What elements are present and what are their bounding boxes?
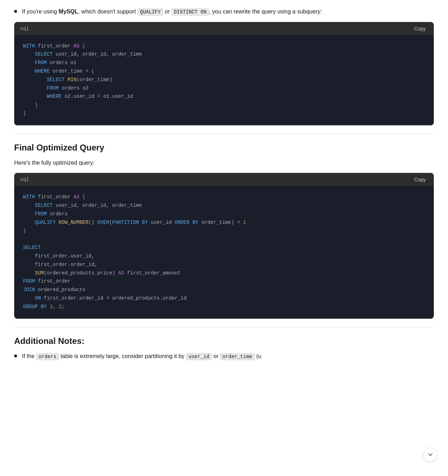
code-block-2-header: sql Copy (15, 173, 433, 186)
additional-notes-heading: Additional Notes: (14, 336, 434, 346)
code-lang-2: sql (20, 177, 29, 182)
bullet-orders-text: If the orders table is extremely large, … (22, 352, 261, 361)
user-id-code: user_id (186, 353, 212, 360)
bullet-dot-2 (14, 355, 17, 357)
distinct-on-code: DISTINCT ON (171, 8, 209, 16)
copy-button-1[interactable]: Copy (412, 25, 428, 32)
code-block-2: sql Copy WITH first_order AS ( SELECT us… (14, 173, 434, 318)
final-query-heading: Final Optimized Query (14, 143, 434, 153)
divider-2 (14, 327, 434, 328)
divider-1 (14, 134, 434, 134)
code-block-2-body: WITH first_order AS ( SELECT user_id, or… (15, 186, 433, 318)
code-block-1: sql Copy WITH first_order AS ( SELECT us… (14, 22, 434, 125)
bullet-orders: If the orders table is extremely large, … (14, 352, 434, 361)
final-query-intro: Here's the fully optimized query: (14, 158, 434, 168)
bullet-mysql-text: If you're using MySQL, which doesn't sup… (22, 7, 322, 16)
mysql-bold: MySQL (59, 8, 78, 15)
code-block-1-body: WITH first_order AS ( SELECT user_id, or… (15, 35, 433, 125)
bullet-mysql: If you're using MySQL, which doesn't sup… (14, 7, 434, 16)
qualify-code: QUALIFY (137, 8, 163, 16)
code-pre-2: WITH first_order AS ( SELECT user_id, or… (23, 193, 425, 311)
code-pre-1: WITH first_order AS ( SELECT user_id, or… (23, 42, 425, 118)
order-time-code: order_time (220, 353, 255, 360)
copy-button-2[interactable]: Copy (412, 176, 428, 183)
bullet-dot (14, 10, 17, 13)
code-lang-1: sql (20, 26, 29, 32)
code-block-1-header: sql Copy (15, 22, 433, 35)
orders-code: orders (36, 353, 59, 360)
